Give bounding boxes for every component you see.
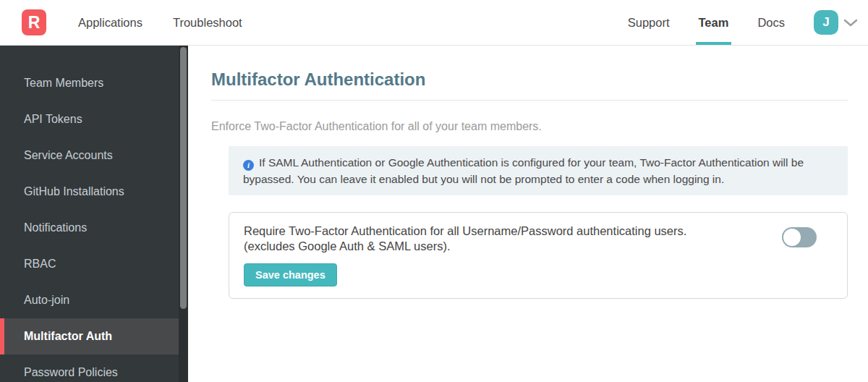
settings-sidebar: Team Members API Tokens Service Accounts… xyxy=(0,46,188,382)
sidebar-scrollbar-thumb[interactable] xyxy=(180,47,187,309)
chevron-down-icon[interactable] xyxy=(843,19,858,27)
main-content: Multifactor Authentication Enforce Two-F… xyxy=(188,46,868,382)
settings-section: iIf SAML Authentication or Google Authen… xyxy=(229,146,848,299)
sidebar-item-password-policies[interactable]: Password Policies xyxy=(0,355,179,382)
page: R Applications Troubleshoot Support Team… xyxy=(0,0,868,382)
sidebar-scrollbar-track[interactable] xyxy=(179,46,188,382)
info-icon: i xyxy=(243,160,254,171)
sidebar-item-auto-join[interactable]: Auto-join xyxy=(0,282,179,318)
two-factor-requirement-card: Require Two-Factor Authentication for al… xyxy=(229,212,848,299)
page-title: Multifactor Authentication xyxy=(211,69,848,90)
requirement-text-line2: (excludes Google Auth & SAML users). xyxy=(244,239,750,254)
saml-bypass-info-alert: iIf SAML Authentication or Google Authen… xyxy=(229,146,848,195)
sidebar-item-multifactor-auth[interactable]: Multifactor Auth xyxy=(0,318,179,355)
requirement-text-line1: Require Two-Factor Authentication for al… xyxy=(244,224,750,239)
avatar[interactable]: J xyxy=(814,10,838,35)
toggle-knob[interactable] xyxy=(783,229,801,246)
sidebar-item-team-members[interactable]: Team Members xyxy=(0,65,179,101)
require-2fa-toggle[interactable] xyxy=(782,227,817,247)
primary-nav: Applications Troubleshoot xyxy=(78,0,242,45)
user-menu[interactable]: J xyxy=(814,0,858,45)
nav-item-docs[interactable]: Docs xyxy=(757,0,785,45)
nav-item-team[interactable]: Team xyxy=(699,0,729,45)
brand-logo-icon[interactable]: R xyxy=(22,9,46,35)
sidebar-item-service-accounts[interactable]: Service Accounts xyxy=(0,137,179,174)
sidebar-item-rbac[interactable]: RBAC xyxy=(0,246,179,282)
save-changes-button[interactable]: Save changes xyxy=(244,263,337,286)
sidebar-item-api-tokens[interactable]: API Tokens xyxy=(0,101,179,137)
page-description: Enforce Two-Factor Authentication for al… xyxy=(211,120,848,133)
secondary-nav: Support Team Docs J xyxy=(628,0,858,45)
title-divider xyxy=(211,100,848,101)
top-navigation-bar: R Applications Troubleshoot Support Team… xyxy=(0,0,868,46)
requirement-text: Require Two-Factor Authentication for al… xyxy=(244,224,750,254)
nav-item-support[interactable]: Support xyxy=(628,0,670,45)
sidebar-item-notifications[interactable]: Notifications xyxy=(0,210,179,246)
sidebar-item-github-installations[interactable]: GitHub Installations xyxy=(0,174,179,210)
nav-item-troubleshoot[interactable]: Troubleshoot xyxy=(173,0,242,45)
nav-item-applications[interactable]: Applications xyxy=(78,0,142,45)
alert-text: If SAML Authentication or Google Authent… xyxy=(243,156,804,185)
